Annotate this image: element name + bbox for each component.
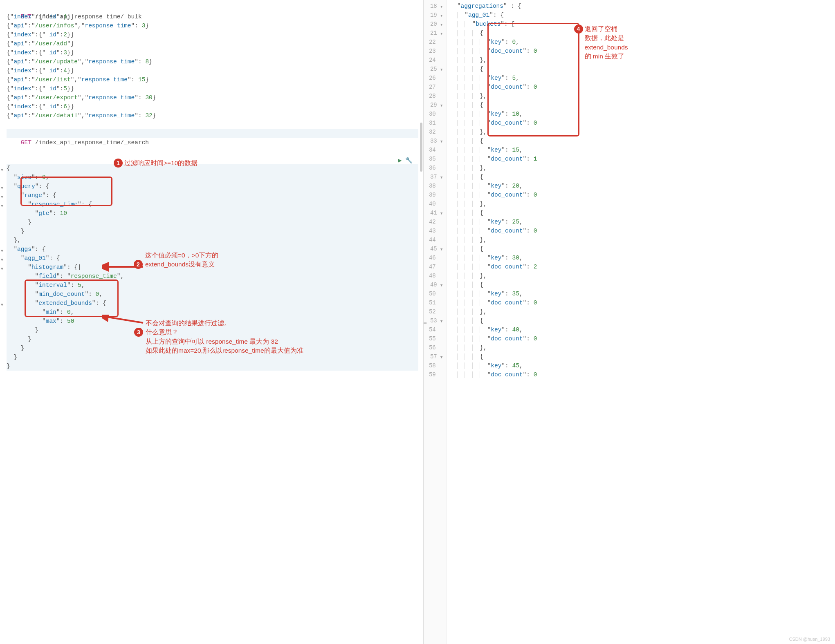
code-line[interactable]: }, [450, 56, 832, 65]
code-line[interactable]: ▼ "response_time": { [7, 200, 418, 209]
code-line[interactable]: }, [450, 235, 832, 244]
line-number: 25 ▼ [425, 65, 443, 74]
code-line[interactable]: ▼ "histogram": {| [7, 263, 418, 272]
code-line[interactable]: {"api":"/user/list","response_time": 15} [7, 75, 418, 84]
code-line[interactable]: } [7, 227, 418, 236]
code-line[interactable]: "agg_01": { [450, 11, 832, 20]
code-line[interactable]: ▼ "agg_01": { [7, 254, 418, 263]
line-number: 43 [425, 226, 443, 235]
watermark: CSDN @huan_1993 [789, 637, 830, 642]
request-editor-pane[interactable]: PUT /index_api_response_time/_bulk {"ind… [0, 0, 424, 644]
code-line[interactable]: "key": 25, [450, 217, 832, 226]
code-line[interactable]: }, [7, 236, 418, 245]
code-line[interactable]: { [450, 29, 832, 38]
fold-icon[interactable]: ▼ [1, 184, 3, 193]
code-line[interactable]: {"index":{"_id":1}} [7, 12, 418, 21]
code-line[interactable]: "max": 50 [7, 317, 418, 326]
line-number: 20 ▼ [425, 20, 443, 29]
fold-icon[interactable]: ▼ [1, 202, 3, 211]
code-line[interactable]: { [450, 316, 832, 325]
code-line[interactable]: "doc_count": 0 [450, 119, 832, 127]
code-line[interactable]: "key": 0, [450, 38, 832, 47]
code-line[interactable]: "doc_count": 0 [450, 47, 832, 56]
code-line[interactable]: ▼ "extended_bounds": { [7, 299, 418, 308]
code-line[interactable]: "doc_count": 1 [450, 154, 832, 163]
code-line[interactable]: {"index":{"_id":5}} [7, 84, 418, 93]
response-pane[interactable]: ∥ 18 ▼19 ▼20 ▼21 ▼22 23 24 25 ▼26 27 28 … [424, 0, 835, 644]
code-line[interactable]: }, [450, 343, 832, 352]
line-number: 22 [425, 38, 443, 47]
code-line[interactable]: "buckets": [ [450, 20, 832, 29]
code-line[interactable]: { [450, 208, 832, 217]
code-line[interactable]: "size": 0, [7, 173, 418, 182]
code-line[interactable]: } [7, 362, 418, 371]
code-line[interactable]: } [7, 344, 418, 353]
code-line[interactable]: ▼ "aggs": { [7, 245, 418, 254]
code-line[interactable]: "field": "response_time", [7, 272, 418, 281]
code-line[interactable]: { [450, 172, 832, 181]
code-line[interactable]: }, [450, 199, 832, 208]
code-line[interactable]: "key": 20, [450, 181, 832, 190]
code-line[interactable]: "key": 40, [450, 325, 832, 334]
code-line[interactable]: {"index":{"_id":3}} [7, 48, 418, 57]
code-line[interactable]: ▼ "query": { [7, 182, 418, 191]
pane-resize-handle[interactable]: ∥ [424, 322, 427, 324]
code-line[interactable]: { [450, 244, 832, 253]
code-line[interactable]: } [7, 218, 418, 227]
code-line[interactable]: "doc_count": 0 [450, 83, 832, 92]
code-line[interactable]: "gte": 10 [7, 209, 418, 218]
code-line[interactable]: "doc_count": 0 [450, 226, 832, 235]
code-line[interactable]: }, [450, 271, 832, 280]
fold-icon[interactable]: ▼ [1, 166, 3, 175]
code-line[interactable]: } [7, 353, 418, 362]
scrollbar[interactable] [420, 123, 422, 172]
code-line[interactable]: }, [450, 307, 832, 316]
code-line[interactable]: "doc_count": 0 [450, 370, 832, 379]
code-line[interactable]: {"api":"/user/add"} [7, 39, 418, 48]
code-line[interactable]: "key": 5, [450, 74, 832, 83]
code-line[interactable]: "key": 10, [450, 110, 832, 119]
code-line[interactable]: { [450, 136, 832, 145]
code-line[interactable]: "min": 0, [7, 308, 418, 317]
code-line[interactable]: "key": 15, [450, 145, 832, 154]
code-line[interactable]: { [450, 101, 832, 110]
line-number: 57 ▼ [425, 352, 443, 361]
code-line[interactable]: "doc_count": 0 [450, 190, 832, 199]
code-line[interactable]: "min_doc_count": 0, [7, 290, 418, 299]
code-line[interactable]: "aggregations" : { [450, 2, 832, 11]
fold-icon[interactable]: ▼ [1, 193, 3, 202]
code-line[interactable]: "key": 30, [450, 253, 832, 262]
code-line[interactable]: { [450, 352, 832, 361]
code-line[interactable]: ▼ "range": { [7, 191, 418, 200]
line-number: 55 [425, 334, 443, 343]
code-line[interactable]: {"index":{"_id":6}} [7, 102, 418, 111]
code-line[interactable]: {"index":{"_id":4}} [7, 66, 418, 75]
code-line[interactable]: }, [450, 127, 832, 136]
line-number: 26 [425, 74, 443, 83]
code-line[interactable]: "doc_count": 2 [450, 262, 832, 271]
fold-icon[interactable]: ▼ [1, 256, 3, 265]
code-line[interactable]: {"api":"/user/update","response_time": 8… [7, 57, 418, 66]
code-line[interactable]: {"api":"/user/export","response_time": 3… [7, 93, 418, 102]
fold-icon[interactable]: ▼ [1, 301, 3, 310]
code-line[interactable]: { [450, 65, 832, 74]
code-line[interactable]: "interval": 5, [7, 281, 418, 290]
code-line[interactable]: "key": 45, [450, 361, 832, 370]
code-line[interactable]: GET /index_api_response_time/_search ▶ 🔧 [7, 129, 418, 138]
code-line[interactable]: {"api":"/user/detail","response_time": 3… [7, 111, 418, 120]
code-line[interactable]: {"index":{"_id":2}} [7, 30, 418, 39]
code-line[interactable]: {"api":"/user/infos","response_time": 3} [7, 21, 418, 30]
code-line[interactable]: "doc_count": 0 [450, 298, 832, 307]
code-line[interactable]: "doc_count": 0 [450, 334, 832, 343]
code-line[interactable]: } [7, 335, 418, 344]
line-number: 37 ▼ [425, 172, 443, 181]
code-line[interactable]: }, [450, 163, 832, 172]
fold-icon[interactable]: ▼ [1, 247, 3, 256]
code-line[interactable]: PUT /index_api_response_time/_bulk [7, 3, 418, 12]
code-line[interactable]: { [450, 280, 832, 289]
code-line[interactable]: ▼{ [7, 164, 418, 173]
code-line[interactable]: "key": 35, [450, 289, 832, 298]
code-line[interactable]: } [7, 326, 418, 335]
fold-icon[interactable]: ▼ [1, 265, 3, 274]
code-line[interactable]: }, [450, 92, 832, 101]
